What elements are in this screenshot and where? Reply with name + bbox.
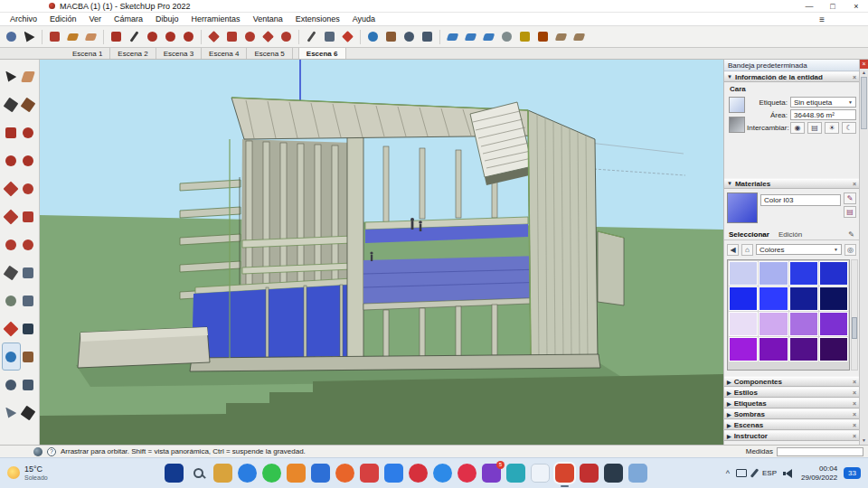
text-tool-icon[interactable] [20,287,37,314]
measurements-input[interactable] [777,447,863,456]
eraser-tool-icon[interactable] [20,63,37,89]
section-display-tool-icon[interactable] [481,29,496,44]
color-swatch[interactable] [729,312,758,336]
notification-count-badge[interactable]: 33 [844,467,861,479]
color-swatch[interactable] [729,337,758,361]
dimension-tool-icon[interactable] [20,259,37,286]
music-app-icon[interactable] [458,464,476,483]
store-app-icon[interactable] [384,464,403,483]
sample-paint-icon[interactable]: ◎ [844,244,856,256]
shadows-tool-icon[interactable] [517,29,533,44]
color-swatch[interactable] [789,312,818,336]
close-tray-icon[interactable]: × [860,60,868,69]
photos-app-icon[interactable] [531,464,550,483]
scene-tab-4[interactable]: Escena 4 [202,48,247,59]
section-plane-tool-icon[interactable] [445,29,460,44]
move-tool-icon[interactable] [3,175,20,202]
collection-dropdown[interactable]: Colores ▼ [756,244,842,255]
rotate-tool-icon[interactable] [242,29,258,44]
blue-app-icon[interactable] [311,464,330,483]
scene-tab-5[interactable]: Escena 5 [247,48,292,59]
color-swatch[interactable] [729,261,758,286]
language-indicator[interactable]: ESP [762,469,777,477]
tray-scrollbar[interactable]: × ▲ ▼ [859,60,868,445]
chevron-down-icon[interactable]: ▼ [727,74,732,80]
cast-shadows-toggle-icon[interactable]: ☀ [825,122,839,134]
orbit-tool-icon[interactable] [3,343,20,370]
scrollbar-track[interactable] [860,77,868,436]
tab-edicion[interactable]: Edición [778,230,802,239]
scene-tab-3[interactable]: Escena 3 [156,48,202,59]
push-pull-tool-icon[interactable] [20,203,37,230]
color-swatch[interactable] [819,286,848,311]
etiqueta-dropdown[interactable]: Sin etiqueta ▼ [790,97,856,108]
close-icon[interactable]: × [853,74,856,80]
pan-tool-icon[interactable] [383,29,399,44]
tape-measure-tool-icon[interactable] [304,29,319,44]
chevron-right-icon[interactable]: ▶ [727,379,731,385]
chevron-right-icon[interactable]: ▶ [727,400,731,407]
clock[interactable]: 00:04 29/09/2022 [801,465,837,482]
zoom-extents-tool-icon[interactable] [420,29,435,44]
select-tool-icon[interactable] [22,29,37,44]
axes-tool-icon[interactable] [340,29,355,44]
arc-tool-icon[interactable] [20,147,37,174]
color-swatch[interactable] [789,337,818,361]
section-header-componentes[interactable]: ▶ Componentes × [724,376,859,387]
menu-herramientas[interactable]: Herramientas [185,14,247,23]
scale-tool-icon[interactable] [3,203,20,230]
orbit-tool-icon[interactable] [365,29,381,44]
paint-bucket-tool-icon[interactable] [65,29,80,44]
position-camera-tool-icon[interactable] [3,399,20,426]
scroll-down-icon[interactable]: ▼ [860,436,868,445]
color-swatch[interactable] [819,337,848,361]
firefox-icon[interactable] [335,464,354,483]
walk-tool-icon[interactable] [20,399,37,426]
section-fill-tool-icon[interactable] [463,29,478,44]
zoom-tool-icon[interactable] [3,371,20,398]
polygon-tool-icon[interactable] [181,29,196,44]
zoom-tool-icon[interactable] [401,29,417,44]
rectangle-tool-icon[interactable] [3,119,20,145]
home-icon[interactable]: ⌂ [741,244,753,256]
chevron-right-icon[interactable]: ▶ [727,411,731,418]
scrollbar-thumb[interactable] [852,317,857,339]
arc-tool-icon[interactable] [163,29,178,44]
minimize-button[interactable]: — [797,2,821,11]
scale-tool-icon[interactable] [260,29,276,44]
close-icon[interactable]: × [853,411,856,418]
material-preview[interactable] [727,192,758,223]
weather-widget[interactable]: 15°C Soleado [7,465,159,482]
red-blue-app-icon[interactable] [360,464,379,483]
offset-tool-icon[interactable] [20,231,37,258]
material-name-field[interactable]: Color I03 [760,194,841,206]
model-viewport[interactable] [40,60,723,445]
chevron-down-icon[interactable]: ▼ [727,181,732,186]
edit-pencil-icon[interactable]: ✎ [848,230,854,239]
circle-tool-icon[interactable] [20,119,37,145]
section-header-materials[interactable]: ▼ Materiales × [724,178,859,189]
help-icon[interactable]: ? [47,447,56,456]
scrollbar-thumb[interactable] [861,77,867,129]
section-header-etiquetas[interactable]: ▶ Etiquetas × [724,398,859,408]
views-tool-icon[interactable] [571,29,587,44]
section-header-entity-info[interactable]: ▼ Información de la entidad × [724,71,859,82]
line-tool-icon[interactable] [3,91,20,117]
color-swatch[interactable] [759,261,788,286]
select-tool-icon[interactable] [3,63,20,89]
teal-app-icon[interactable] [506,464,525,483]
match-photo-tool-icon[interactable] [535,29,551,44]
messenger-icon[interactable] [238,464,257,483]
close-icon[interactable]: × [853,422,856,428]
freehand-tool-icon[interactable] [20,91,37,117]
3d-text-tool-icon[interactable] [20,315,37,342]
circle-tool-icon[interactable] [145,29,160,44]
polygon-tool-icon[interactable] [3,147,20,174]
close-icon[interactable]: × [853,379,856,385]
hidden-icons-chevron[interactable]: ^ [726,469,730,478]
scroll-up-icon[interactable]: ▲ [860,69,868,77]
receive-shadows-toggle-icon[interactable]: ☾ [842,122,856,134]
scene-tab-1[interactable]: Escena 1 [65,48,110,59]
edge-icon[interactable] [433,464,452,483]
whatsapp-icon[interactable] [262,464,281,483]
